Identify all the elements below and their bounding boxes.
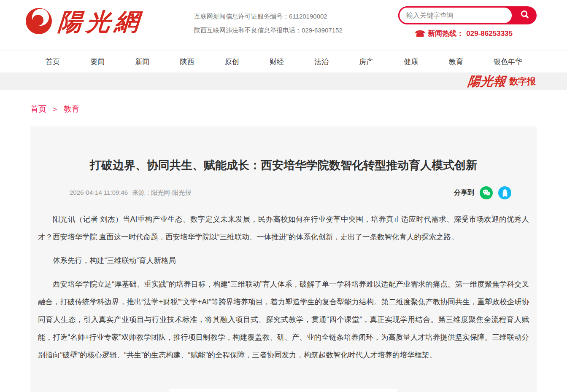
nav-item-shaanxi[interactable]: 陕西	[180, 57, 194, 67]
news-hotline: ☎ 新闻热线： 029-86253335	[415, 29, 513, 38]
share-bar: 分享到	[454, 186, 511, 199]
license-line-2: 陕西互联网违法和不良信息举报电话：029-63907152	[194, 23, 343, 37]
article-subheading: 体系先行，构建“三维联动”育人新格局	[38, 252, 529, 269]
search-button[interactable]	[513, 6, 537, 24]
nav-item-health[interactable]: 健康	[404, 57, 418, 67]
site-logo[interactable]: 陽光網	[24, 4, 143, 38]
article-meta-row: 2026-04-14 11:09:46 来源：阳光网-阳光报 分享到	[70, 186, 511, 199]
share-label: 分享到	[454, 188, 474, 197]
article-card: 打破边界、协同共生、赋能成长：西安培华学院数智化转型推动育人模式创新 2026-…	[30, 126, 537, 392]
qq-share-icon[interactable]	[498, 186, 511, 199]
breadcrumb-home-link[interactable]: 首页	[30, 105, 46, 113]
nav-item-finance[interactable]: 财经	[270, 57, 284, 67]
magnifier-icon	[519, 9, 530, 21]
article-body: 阳光讯（记者 刘杰）当AI重构产业生态、数字定义未来发展，民办高校如何在行业变革…	[38, 210, 529, 364]
search-bar	[398, 6, 537, 24]
license-line-1: 互联网新闻信息许可证服务编号：61120190002	[194, 9, 343, 23]
nav-item-top-news[interactable]: 要闻	[90, 57, 105, 67]
search-field	[398, 6, 513, 24]
breadcrumb-current[interactable]: 教育	[64, 105, 80, 113]
article-paragraph: 西安培华学院立足“厚基础、重实践”的培养目标，构建“三维联动”育人体系，破解了单…	[38, 275, 529, 364]
wechat-share-icon[interactable]	[480, 186, 493, 199]
article-meta: 2026-04-14 11:09:46 来源：阳光网-阳光报	[70, 189, 191, 197]
article-source: 来源：阳光网-阳光报	[132, 189, 191, 197]
nav-item-realestate[interactable]: 房产	[359, 57, 373, 67]
sun-logo-icon	[24, 4, 54, 38]
nav-item-home[interactable]: 首页	[46, 57, 60, 67]
article-paragraph: 阳光讯（记者 刘杰）当AI重构产业生态、数字定义未来发展，民办高校如何在行业变革…	[38, 210, 529, 246]
nav-item-original[interactable]: 原创	[225, 57, 239, 67]
site-logo-text: 陽光網	[57, 9, 144, 33]
search-input[interactable]	[400, 12, 512, 19]
digital-paper-link[interactable]: 数字报	[509, 75, 536, 87]
breadcrumb-separator: >	[53, 105, 57, 113]
embedded-image-top	[170, 389, 397, 392]
nav-item-silver-age[interactable]: 银色年华	[494, 57, 522, 67]
paper-logo-text[interactable]: 陽光報	[467, 75, 506, 88]
nav-item-law[interactable]: 法治	[314, 57, 329, 67]
nav-item-education[interactable]: 教育	[449, 57, 463, 67]
hotline-label: 新闻热线：	[428, 29, 464, 38]
breadcrumb: 首页 > 教育	[0, 90, 567, 126]
site-header: 陽光網 互联网新闻信息许可证服务编号：61120190002 陕西互联网违法和不…	[0, 0, 567, 51]
article-datetime: 2026-04-14 11:09:46	[70, 189, 128, 197]
hotline-number: 029-86253335	[466, 30, 513, 38]
license-info: 互联网新闻信息许可证服务编号：61120190002 陕西互联网违法和不良信息举…	[194, 9, 343, 37]
phone-icon: ☎	[415, 30, 425, 38]
article-title: 打破边界、协同共生、赋能成长：西安培华学院数智化转型推动育人模式创新	[55, 126, 512, 176]
digital-paper-band: 陽光報 数字报	[0, 72, 567, 90]
nav-item-news[interactable]: 新闻	[135, 57, 149, 67]
main-nav: 首页 要闻 新闻 陕西 原创 财经 法治 房产 健康 教育 银色年华	[0, 51, 567, 72]
